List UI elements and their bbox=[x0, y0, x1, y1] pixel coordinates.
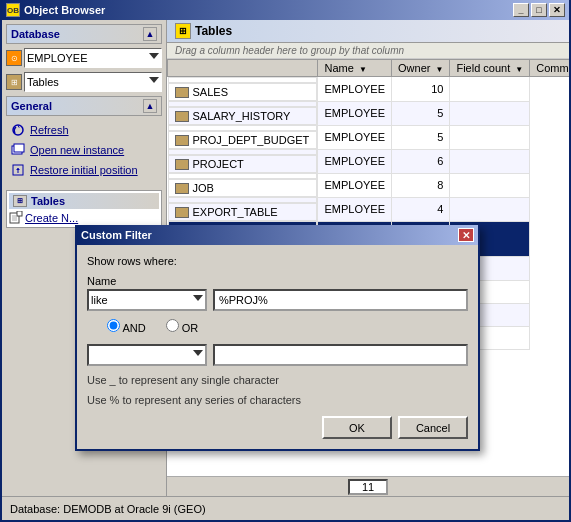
tables-select[interactable]: Tables bbox=[24, 72, 162, 92]
tables-dropdown-row: ⊞ Tables bbox=[6, 72, 162, 92]
dialog-buttons: OK Cancel bbox=[87, 416, 468, 439]
owner-cell: EMPLOYEE bbox=[318, 149, 392, 173]
database-collapse-button[interactable]: ▲ bbox=[143, 27, 157, 41]
show-rows-label: Show rows where: bbox=[87, 255, 468, 267]
owner-cell: EMPLOYEE bbox=[318, 77, 392, 102]
panel-title-icon: ⊞ bbox=[175, 23, 191, 39]
general-collapse-button[interactable]: ▲ bbox=[143, 99, 157, 113]
name-cell: PROJECT bbox=[168, 155, 318, 173]
close-button[interactable]: ✕ bbox=[549, 3, 565, 17]
minimize-button[interactable]: _ bbox=[513, 3, 529, 17]
table-row[interactable]: PROJ_DEPT_BUDGETEMPLOYEE5 bbox=[168, 125, 570, 149]
owner-cell: EMPLOYEE bbox=[318, 197, 392, 221]
status-bar: Database: DEMODB at Oracle 9i (GEO) bbox=[2, 496, 569, 520]
table-row[interactable]: SALARY_HISTORYEMPLOYEE5 bbox=[168, 101, 570, 125]
row-name: JOB bbox=[193, 182, 214, 194]
hint2: Use % to represent any series of charact… bbox=[87, 394, 468, 406]
dialog-body: Show rows where: Name like = != < > AND bbox=[77, 245, 478, 449]
sort-icon-owner: ▼ bbox=[435, 65, 443, 74]
general-label: General bbox=[11, 100, 52, 112]
filter-row-2: like = bbox=[87, 344, 468, 366]
refresh-action[interactable]: Refresh bbox=[6, 120, 162, 140]
dialog-close-button[interactable]: ✕ bbox=[458, 228, 474, 242]
restore-icon bbox=[10, 162, 26, 178]
name-cell: SALES bbox=[168, 83, 318, 101]
panel-title: Tables bbox=[195, 24, 232, 38]
tables-bottom-header: ⊞ Tables bbox=[9, 193, 159, 209]
open-new-icon bbox=[10, 142, 26, 158]
refresh-label: Refresh bbox=[30, 124, 69, 136]
operator-select[interactable]: like = != < > bbox=[87, 289, 207, 311]
database-select[interactable]: EMPLOYEE bbox=[24, 48, 162, 68]
cancel-button[interactable]: Cancel bbox=[398, 416, 468, 439]
open-new-action[interactable]: Open new instance bbox=[6, 140, 162, 160]
or-radio-label[interactable]: OR bbox=[166, 319, 199, 334]
custom-filter-dialog[interactable]: Custom Filter ✕ Show rows where: Name li… bbox=[75, 225, 480, 451]
th-owner[interactable]: Owner ▼ bbox=[392, 60, 450, 77]
fieldcount-cell: 6 bbox=[392, 149, 450, 173]
row-table-icon bbox=[175, 111, 189, 122]
fieldcount-cell: 10 bbox=[392, 77, 450, 102]
table-row[interactable]: EXPORT_TABLEEMPLOYEE4 bbox=[168, 197, 570, 221]
create-new-link[interactable]: Create N... bbox=[9, 211, 159, 225]
row-name: SALES bbox=[193, 86, 228, 98]
filter-value-input-2[interactable] bbox=[213, 344, 468, 366]
fieldcount-cell: 8 bbox=[392, 173, 450, 197]
row-name: SALARY_HISTORY bbox=[193, 110, 291, 122]
and-radio-label[interactable]: AND bbox=[107, 319, 146, 334]
and-label: AND bbox=[122, 322, 145, 334]
dialog-title-text: Custom Filter bbox=[81, 229, 152, 241]
database-section-header: Database ▲ bbox=[6, 24, 162, 44]
create-new-label: Create N... bbox=[25, 212, 78, 224]
and-radio[interactable] bbox=[107, 319, 120, 332]
ok-button[interactable]: OK bbox=[322, 416, 392, 439]
th-arrow bbox=[168, 60, 318, 77]
fieldcount-cell: 5 bbox=[392, 101, 450, 125]
or-radio[interactable] bbox=[166, 319, 179, 332]
row-table-icon bbox=[175, 207, 189, 218]
comment-cell bbox=[450, 125, 530, 149]
comment-cell bbox=[450, 77, 530, 102]
row-table-icon bbox=[175, 87, 189, 98]
employee-dropdown-row: ⊙ EMPLOYEE bbox=[6, 48, 162, 68]
row-table-icon bbox=[175, 159, 189, 170]
general-section: General ▲ Refresh bbox=[6, 96, 162, 180]
operator-select-2[interactable]: like = bbox=[87, 344, 207, 366]
comment-cell bbox=[450, 149, 530, 173]
filter-value-input[interactable] bbox=[213, 289, 468, 311]
fieldcount-cell: 5 bbox=[392, 125, 450, 149]
row-table-icon bbox=[175, 135, 189, 146]
refresh-icon bbox=[10, 122, 26, 138]
restore-label: Restore initial position bbox=[30, 164, 138, 176]
window-title: Object Browser bbox=[24, 4, 105, 16]
window-icon: OB bbox=[6, 3, 20, 17]
th-comment[interactable]: Comment bbox=[530, 60, 569, 77]
name-cell: JOB bbox=[168, 179, 318, 197]
page-number-input[interactable] bbox=[348, 479, 388, 495]
table-row[interactable]: JOBEMPLOYEE8 bbox=[168, 173, 570, 197]
tables-bottom-section: ⊞ Tables Create N... bbox=[6, 190, 162, 228]
title-bar: OB Object Browser _ □ ✕ bbox=[2, 0, 569, 20]
fieldcount-cell: 4 bbox=[392, 197, 450, 221]
comment-cell bbox=[450, 197, 530, 221]
owner-cell: EMPLOYEE bbox=[318, 173, 392, 197]
row-name: EXPORT_TABLE bbox=[193, 206, 278, 218]
sort-icon-fieldcount: ▼ bbox=[515, 65, 523, 74]
panel-title-bar: ⊞ Tables bbox=[167, 20, 569, 43]
tables-icon: ⊞ bbox=[6, 74, 22, 90]
restore-action[interactable]: Restore initial position bbox=[6, 160, 162, 180]
database-label: Database bbox=[11, 28, 60, 40]
maximize-button[interactable]: □ bbox=[531, 3, 547, 17]
comment-cell bbox=[450, 101, 530, 125]
th-name[interactable]: Name ▼ bbox=[318, 60, 392, 77]
svg-rect-7 bbox=[17, 211, 22, 216]
hint1: Use _ to represent any single character bbox=[87, 374, 468, 386]
create-new-icon bbox=[9, 211, 23, 225]
general-section-header: General ▲ bbox=[6, 96, 162, 116]
table-row[interactable]: PROJECTEMPLOYEE6 bbox=[168, 149, 570, 173]
radio-row: AND OR bbox=[87, 319, 468, 338]
filter-row-1: like = != < > bbox=[87, 289, 468, 311]
tables-bottom-label: Tables bbox=[31, 195, 65, 207]
table-row[interactable]: SALESEMPLOYEE10 bbox=[168, 77, 570, 102]
th-fieldcount[interactable]: Field count ▼ bbox=[450, 60, 530, 77]
